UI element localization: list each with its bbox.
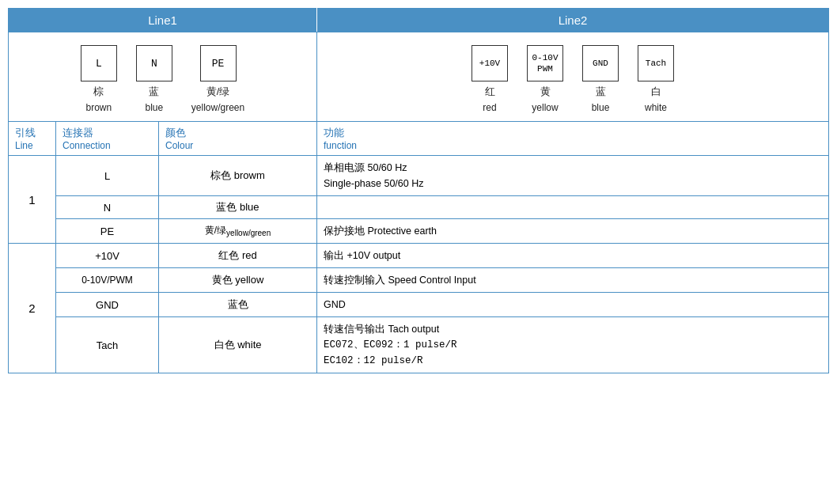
col-colour-zh: 颜色 [165, 126, 310, 140]
function-10V-cell: 输出 +10V output [317, 244, 829, 268]
line2-header: Line2 [317, 9, 829, 32]
connector-10V-cell: +10V [56, 244, 159, 268]
connector-GND-en: blue [592, 102, 610, 113]
colour-PE-cell: 黄/绿yellow/green [159, 219, 317, 244]
line1-header: Line1 [9, 9, 317, 32]
column-header-row: 引线 Line 连接器 Connection 颜色 Colour 功能 func… [9, 122, 829, 156]
function-PWM-text: 转速控制输入 Speed Control Input [324, 272, 822, 288]
connector-PWM-zh: 黄 [540, 85, 551, 99]
table-row: 0-10V/PWM 黄色 yellow 转速控制输入 Speed Control… [9, 268, 829, 293]
col-line-zh: 引线 [15, 126, 49, 140]
connector-Tach-en: white [645, 102, 667, 113]
connector-box-PE: PE [200, 45, 237, 81]
connector-N-cell: N [56, 196, 159, 219]
function-N-cell [317, 196, 829, 219]
col-function-zh: 功能 [324, 126, 822, 140]
col-function-en: function [324, 140, 822, 151]
col-connection-zh: 连接器 [62, 126, 152, 140]
table-row: 1 L 棕色 browm 单相电源 50/60 Hz Single-phase … [9, 156, 829, 196]
connector-N-zh: 蓝 [149, 85, 159, 99]
connector-10V-zh: 红 [485, 85, 495, 99]
connector-box-PWM: 0-10V PWM [527, 45, 563, 81]
colour-Tach-cell: 白色 white [159, 317, 317, 373]
function-PE-text: 保护接地 Protective earth [324, 223, 822, 239]
col-function: 功能 function [317, 122, 829, 156]
table-row: GND 蓝色 GND [9, 293, 829, 317]
header-row: Line1 Line2 [9, 9, 829, 32]
colour-N-cell: 蓝色 blue [159, 196, 317, 219]
connector-10V: +10V 红 red [472, 45, 508, 113]
function-Tach-text3: EC102：12 pulse/R [324, 353, 822, 369]
col-line-en: Line [15, 140, 49, 151]
function-Tach-text1: 转速信号输出 Tach output [324, 321, 822, 337]
connector-PWM-en: yellow [532, 102, 558, 113]
line1-connectors: L 棕 brown N 蓝 blue PE 黄/绿 yellow/green [81, 45, 244, 113]
colour-GND-cell: 蓝色 [159, 293, 317, 317]
table-row: Tach 白色 white 转速信号输出 Tach output EC072、E… [9, 317, 829, 373]
function-PE-cell: 保护接地 Protective earth [317, 219, 829, 244]
connector-PWM: 0-10V PWM 黄 yellow [527, 45, 563, 113]
connector-PE-zh: 黄/绿 [206, 85, 230, 99]
line2-connectors: +10V 红 red 0-10V PWM 黄 yellow GND 蓝 [472, 45, 674, 113]
line-2-number: 2 [9, 244, 56, 373]
col-connection: 连接器 Connection [56, 122, 159, 156]
connector-box-Tach: Tach [638, 45, 674, 81]
connector-Tach-zh: 白 [651, 85, 661, 99]
function-GND-cell: GND [317, 293, 829, 317]
function-GND-text: GND [324, 297, 822, 313]
table-row: 2 +10V 红色 red 输出 +10V output [9, 244, 829, 268]
table-row: N 蓝色 blue [9, 196, 829, 219]
table-row: PE 黄/绿yellow/green 保护接地 Protective earth [9, 219, 829, 244]
connector-box-GND: GND [582, 45, 619, 81]
connector-L-en: brown [85, 102, 112, 113]
connector-L: L 棕 brown [81, 45, 117, 113]
line2-diagram: +10V 红 red 0-10V PWM 黄 yellow GND 蓝 [317, 32, 829, 122]
colour-L-cell: 棕色 browm [159, 156, 317, 196]
col-colour-en: Colour [165, 140, 310, 151]
connector-PWM-cell: 0-10V/PWM [56, 268, 159, 293]
connector-L-cell: L [56, 156, 159, 196]
function-Tach-cell: 转速信号输出 Tach output EC072、EC092：1 pulse/R… [317, 317, 829, 373]
col-colour: 颜色 Colour [159, 122, 317, 156]
function-10V-text: 输出 +10V output [324, 248, 822, 263]
connector-L-zh: 棕 [93, 85, 104, 99]
line-1-number: 1 [9, 156, 56, 244]
colour-10V-cell: 红色 red [159, 244, 317, 268]
connector-GND-cell: GND [56, 293, 159, 317]
col-line: 引线 Line [9, 122, 56, 156]
connector-N: N 蓝 blue [136, 45, 172, 113]
diagram-row: L 棕 brown N 蓝 blue PE 黄/绿 yellow/green [9, 32, 829, 122]
connector-N-en: blue [145, 102, 163, 113]
connector-Tach: Tach 白 white [638, 45, 674, 113]
function-L-cell: 单相电源 50/60 Hz Single-phase 50/60 Hz [317, 156, 829, 196]
function-PWM-cell: 转速控制输入 Speed Control Input [317, 268, 829, 293]
connector-GND-zh: 蓝 [596, 85, 606, 99]
connector-box-N: N [136, 45, 172, 81]
connector-box-L: L [81, 45, 117, 81]
connector-box-10V: +10V [472, 45, 508, 81]
function-Tach-text2: EC072、EC092：1 pulse/R [324, 337, 822, 353]
connector-PE-en: yellow/green [191, 102, 244, 113]
connector-GND: GND 蓝 blue [582, 45, 619, 113]
connector-Tach-cell: Tach [56, 317, 159, 373]
colour-PWM-cell: 黄色 yellow [159, 268, 317, 293]
col-connection-en: Connection [62, 140, 152, 151]
function-L-text2: Single-phase 50/60 Hz [324, 176, 822, 191]
function-L-text: 单相电源 50/60 Hz [324, 160, 822, 176]
connector-PE: PE 黄/绿 yellow/green [191, 45, 244, 113]
line1-diagram: L 棕 brown N 蓝 blue PE 黄/绿 yellow/green [9, 32, 317, 122]
connector-10V-en: red [483, 102, 496, 113]
connector-PE-cell: PE [56, 219, 159, 244]
